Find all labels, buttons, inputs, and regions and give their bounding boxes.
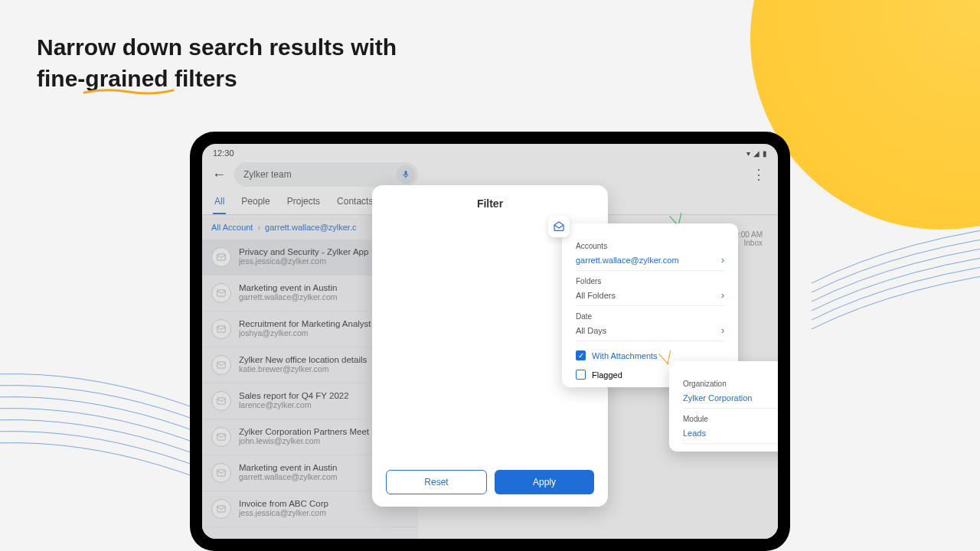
reset-button[interactable]: Reset (386, 470, 487, 494)
check-icon: ✓ (576, 350, 586, 360)
with-attachments-label: With Attachments (592, 351, 658, 360)
module-label: Module (683, 415, 778, 423)
accounts-label: Accounts (576, 242, 724, 250)
organization-label: Organization (683, 380, 778, 388)
mail-icon (548, 216, 570, 237)
headline-line2: fine-grained filters (37, 66, 237, 91)
chevron-right-icon: › (721, 255, 724, 266)
apply-button[interactable]: Apply (495, 470, 594, 494)
module-field[interactable]: Leads › (683, 423, 778, 444)
headline-line1: Narrow down search results with (37, 34, 397, 60)
check-icon (576, 370, 586, 380)
organization-field[interactable]: Zylker Corporation › (683, 388, 778, 409)
chevron-right-icon: › (721, 290, 724, 301)
decorative-underline (83, 88, 175, 96)
date-label: Date (576, 312, 724, 321)
date-field[interactable]: All Days › (576, 321, 724, 341)
headline: Narrow down search results with fine-gra… (37, 32, 397, 94)
folders-field[interactable]: All Folders › (576, 285, 724, 306)
with-attachments-checkbox[interactable]: ✓ With Attachments (576, 350, 724, 360)
date-value: All Days (576, 326, 606, 335)
tablet-frame: 12:30 ▾◢▮ ← Zylker team ⋮ All People Pro… (190, 132, 790, 551)
organization-value: Zylker Corporation (683, 393, 752, 403)
accounts-field[interactable]: garrett.wallace@zylker.com › (576, 250, 724, 271)
module-value: Leads (683, 429, 706, 438)
filter-title: Filter (386, 197, 594, 210)
decorative-lines-right (812, 222, 980, 337)
flagged-label: Flagged (592, 370, 622, 380)
folders-label: Folders (576, 277, 724, 285)
screen: 12:30 ▾◢▮ ← Zylker team ⋮ All People Pro… (202, 144, 778, 539)
folders-value: All Folders (576, 291, 616, 300)
accounts-value: garrett.wallace@zylker.com (576, 256, 679, 265)
crm-filter-card: Organization Zylker Corporation › Module… (669, 361, 778, 452)
chevron-right-icon: › (721, 325, 724, 336)
